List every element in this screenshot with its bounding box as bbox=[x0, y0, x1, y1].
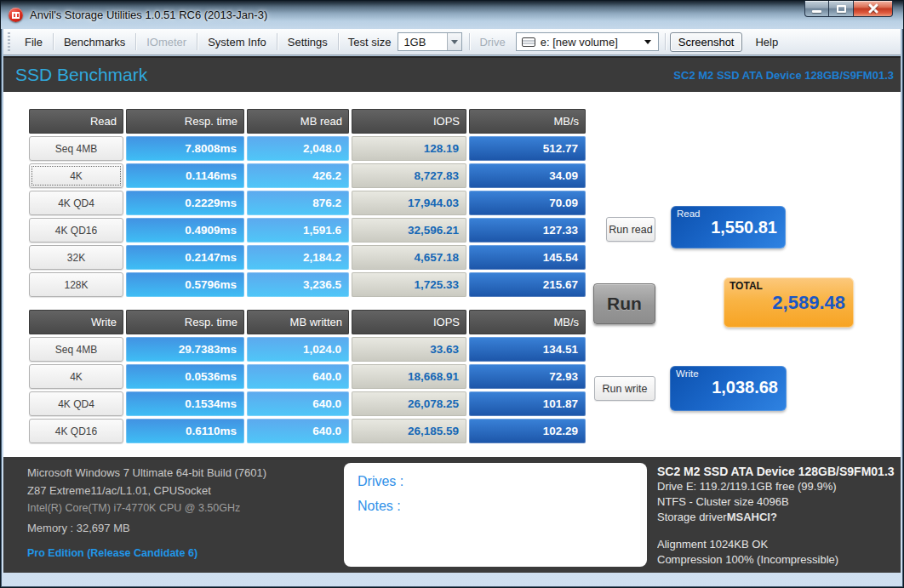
resp-time-cell: 0.5796ms bbox=[126, 272, 244, 297]
maximize-button[interactable] bbox=[829, 1, 854, 17]
total-score-value: 2,589.48 bbox=[724, 292, 854, 314]
table-row: Seq 4MB 7.8008ms 2,048.0 128.19 512.77 bbox=[29, 136, 586, 161]
menu-separator bbox=[135, 33, 136, 50]
iops-cell: 1,725.33 bbox=[352, 272, 466, 297]
anvil-icon bbox=[12, 12, 20, 19]
column-header: MB written bbox=[247, 310, 349, 334]
test-size-label: Test size bbox=[340, 31, 398, 53]
menu-iometer: IOmeter bbox=[137, 31, 196, 53]
column-header: Resp. time bbox=[126, 109, 244, 134]
resp-time-cell: 29.7383ms bbox=[126, 337, 244, 362]
page-title: SSD Benchmark bbox=[15, 65, 147, 85]
client-area: SSD Benchmark SC2 M2 SSD ATA Device 128G… bbox=[3, 56, 901, 573]
run-write-button[interactable]: Run write bbox=[594, 376, 655, 401]
mb-written-cell: 1,024.0 bbox=[247, 337, 349, 362]
app-icon bbox=[9, 8, 23, 22]
row-label-button[interactable]: Seq 4MB bbox=[29, 337, 123, 362]
table-row: 128K 0.5796ms 3,236.5 1,725.33 215.67 bbox=[29, 272, 586, 297]
mbs-cell: 34.09 bbox=[469, 163, 586, 188]
column-header: IOPS bbox=[352, 310, 466, 334]
write-table-header: Write Resp. time MB written IOPS MB/s bbox=[29, 310, 586, 334]
menu-separator bbox=[665, 33, 666, 50]
footer-panel: Microsoft Windows 7 Ultimate 64-bit Buil… bbox=[3, 457, 901, 573]
run-read-button[interactable]: Run read bbox=[606, 217, 655, 242]
row-label-button[interactable]: 4K QD4 bbox=[29, 391, 123, 416]
screenshot-button[interactable]: Screenshot bbox=[670, 32, 743, 52]
table-row: 4K QD4 0.1534ms 640.0 26,078.25 101.87 bbox=[29, 391, 586, 416]
window-controls bbox=[804, 1, 893, 17]
write-score-panel: Write 1,038.68 bbox=[670, 366, 787, 411]
resp-time-cell: 0.2147ms bbox=[126, 245, 244, 270]
row-label-button[interactable]: Seq 4MB bbox=[29, 136, 123, 161]
resp-time-cell: 0.1146ms bbox=[126, 163, 244, 188]
menu-system-info[interactable]: System Info bbox=[198, 31, 276, 53]
write-score-value: 1,038.68 bbox=[670, 378, 787, 397]
toolbar-grip[interactable] bbox=[8, 32, 10, 51]
mbs-cell: 145.54 bbox=[469, 245, 586, 270]
combo-arrow-button[interactable] bbox=[447, 33, 461, 50]
storage-driver-value: MSAHCI? bbox=[727, 511, 777, 523]
read-score-panel: Read 1,550.81 bbox=[671, 206, 786, 248]
iops-cell: 32,596.21 bbox=[352, 218, 466, 243]
drive-value: e: [new volume] bbox=[535, 36, 644, 49]
menu-separator bbox=[277, 33, 277, 50]
resp-time-cell: 0.6110ms bbox=[126, 419, 244, 443]
row-label-button[interactable]: 32K bbox=[29, 245, 123, 270]
compression-info: Compression 100% (Incompressible) bbox=[657, 552, 901, 568]
test-size-select[interactable]: 1GB bbox=[398, 32, 462, 51]
menu-benchmarks[interactable]: Benchmarks bbox=[54, 31, 134, 53]
title-bar: Anvil's Storage Utilities 1.0.51 RC6 (20… bbox=[1, 1, 903, 29]
row-label-button[interactable]: 4K bbox=[29, 364, 123, 389]
iops-cell: 26,185.59 bbox=[352, 419, 466, 443]
mb-read-cell: 1,591.6 bbox=[247, 218, 349, 243]
notes-label: Notes : bbox=[358, 499, 633, 514]
menu-separator bbox=[197, 33, 197, 50]
mb-read-cell: 876.2 bbox=[247, 191, 349, 215]
minimize-button[interactable] bbox=[804, 1, 829, 17]
resp-time-cell: 7.8008ms bbox=[126, 136, 244, 161]
resp-time-cell: 0.0536ms bbox=[126, 364, 244, 389]
menu-help[interactable]: Help bbox=[746, 31, 787, 53]
edition-info: Pro Edition (Release Candidate 6) bbox=[27, 545, 266, 562]
mbs-cell: 512.77 bbox=[469, 136, 586, 161]
row-label-button[interactable]: 4K QD16 bbox=[29, 218, 123, 243]
table-row: 4K QD4 0.2229ms 876.2 17,944.03 70.09 bbox=[29, 191, 586, 215]
run-button[interactable]: Run bbox=[593, 283, 655, 324]
mbs-cell: 70.09 bbox=[469, 191, 586, 215]
mbs-cell: 134.51 bbox=[469, 337, 586, 362]
mb-read-cell: 3,236.5 bbox=[247, 272, 349, 297]
alignment-info: Alignment 1024KB OK bbox=[657, 537, 901, 552]
table-row: 4K 0.0536ms 640.0 18,668.91 72.93 bbox=[29, 364, 586, 389]
resp-time-cell: 0.4909ms bbox=[126, 218, 244, 243]
minimize-icon bbox=[812, 10, 821, 13]
notes-box[interactable]: Drives : Notes : bbox=[344, 463, 647, 567]
mb-written-cell: 640.0 bbox=[247, 364, 349, 389]
drives-label: Drives : bbox=[358, 474, 633, 489]
close-button[interactable] bbox=[854, 1, 893, 17]
menu-settings[interactable]: Settings bbox=[278, 31, 337, 53]
iops-cell: 26,078.25 bbox=[352, 391, 466, 416]
test-size-value: 1GB bbox=[398, 36, 447, 49]
menu-file[interactable]: File bbox=[15, 31, 52, 53]
row-label-button[interactable]: 4K bbox=[29, 163, 123, 188]
mb-written-cell: 640.0 bbox=[247, 391, 349, 416]
read-score-value: 1,550.81 bbox=[671, 218, 786, 237]
drive-free-space: Drive E: 119.2/119.1GB free (99.9%) bbox=[657, 479, 901, 494]
chevron-down-icon bbox=[451, 40, 458, 44]
drive-select[interactable]: e: [new volume] bbox=[516, 32, 659, 51]
window-title: Anvil's Storage Utilities 1.0.51 RC6 (20… bbox=[30, 9, 267, 21]
row-label-button[interactable]: 4K QD16 bbox=[29, 419, 123, 443]
table-row: Seq 4MB 29.7383ms 1,024.0 33.63 134.51 bbox=[29, 337, 586, 362]
motherboard-info: Z87 Extreme11/ac/L1.01, CPUSocket bbox=[27, 482, 266, 500]
row-label-button[interactable]: 128K bbox=[29, 272, 123, 297]
column-header: MB/s bbox=[469, 310, 586, 334]
row-label-button[interactable]: 4K QD4 bbox=[29, 191, 123, 215]
drive-icon bbox=[522, 37, 535, 47]
resp-time-cell: 0.2229ms bbox=[126, 191, 244, 215]
column-header: IOPS bbox=[352, 109, 466, 134]
os-info: Microsoft Windows 7 Ultimate 64-bit Buil… bbox=[27, 465, 266, 482]
iops-cell: 128.19 bbox=[352, 136, 466, 161]
column-header: Write bbox=[29, 310, 123, 334]
menu-bar: File Benchmarks IOmeter System Info Sett… bbox=[3, 29, 901, 55]
table-row: 4K QD16 0.4909ms 1,591.6 32,596.21 127.3… bbox=[29, 218, 586, 243]
